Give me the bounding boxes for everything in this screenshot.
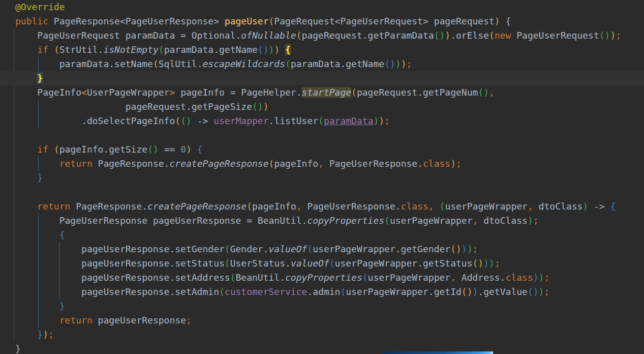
- code-token: userPageWrapper.getGender: [313, 244, 450, 254]
- code-token: ): [186, 144, 192, 155]
- code-token: [48, 144, 54, 155]
- code-token: ofNullable: [241, 30, 296, 41]
- code-token: class: [423, 158, 450, 169]
- code-token: ): [263, 101, 269, 112]
- code-token: ): [269, 44, 274, 55]
- code-line[interactable]: public PageResponse<PageUserResponse> pa…: [0, 14, 644, 28]
- code-line[interactable]: return PageResponse.createPageResponse(p…: [0, 157, 644, 171]
- code-token: ;: [544, 272, 549, 283]
- code-token: ): [489, 258, 495, 269]
- code-token: (: [362, 272, 368, 283]
- code-token: (: [54, 44, 59, 55]
- code-token: Gender.: [230, 244, 269, 254]
- code-token: escapeWildcards: [202, 58, 285, 69]
- code-token: pageInfo = PageHelper.: [175, 87, 301, 98]
- code-token: [434, 201, 440, 212]
- code-token: PageUserRequest: [511, 30, 599, 41]
- code-token: (: [54, 144, 59, 155]
- code-token: pageRequest.getPageNum: [357, 87, 478, 98]
- code-token: >: [169, 87, 175, 98]
- code-line[interactable]: paramData.setName(SqlUtil.escapeWildcard…: [0, 57, 644, 71]
- code-token: (): [478, 87, 489, 98]
- code-token: pageUserResponse.setAddress: [15, 272, 230, 283]
- code-editor[interactable]: @Overridepublic PageResponse<PageUserRes…: [0, 0, 644, 354]
- code-token: UserPageWrapper: [87, 87, 170, 98]
- code-token: (: [225, 244, 230, 254]
- code-token: return: [59, 158, 93, 169]
- code-token: ): [379, 115, 384, 126]
- code-token: ): [528, 215, 533, 226]
- code-token: ;: [186, 315, 192, 326]
- code-token: return: [37, 201, 70, 212]
- code-token: SqlUtil.: [159, 58, 203, 69]
- code-line[interactable]: [0, 128, 644, 142]
- code-token: <: [81, 87, 87, 98]
- code-token: .listUser: [269, 115, 319, 126]
- code-line[interactable]: });: [0, 328, 644, 342]
- code-line[interactable]: if (pageInfo.getSize() == 0) {: [0, 142, 644, 157]
- code-token: ): [539, 286, 544, 297]
- code-line[interactable]: .doSelectPageInfo(() -> userMapper.listU…: [0, 114, 644, 128]
- code-token: {: [59, 229, 65, 240]
- code-token: (: [285, 58, 291, 69]
- code-token: (): [252, 101, 263, 112]
- code-token: PageUserResponse.: [324, 158, 423, 169]
- code-token: Address.: [456, 272, 506, 283]
- code-token: (: [296, 30, 302, 41]
- code-token: .orElse: [450, 30, 489, 41]
- code-line[interactable]: pageUserResponse.setAddress(BeanUtil.cop…: [0, 271, 644, 285]
- code-token: pageInfo.getSize: [59, 144, 147, 155]
- code-token: startPage: [302, 87, 352, 98]
- code-token: (): [434, 30, 445, 41]
- code-token: {: [285, 44, 291, 55]
- code-token: (: [329, 258, 335, 269]
- code-line[interactable]: pageUserResponse.setStatus(UserStatus.va…: [0, 256, 644, 271]
- code-token: [15, 158, 59, 169]
- code-token: (: [489, 30, 495, 41]
- code-token: PageResponse.: [93, 158, 170, 169]
- code-line[interactable]: pageRequest.getPageSize()): [0, 100, 644, 114]
- code-token: (: [269, 158, 274, 169]
- code-token: valueOf: [269, 244, 308, 254]
- code-line[interactable]: }: [0, 342, 644, 354]
- code-token: [15, 144, 37, 155]
- code-line[interactable]: }: [0, 299, 644, 313]
- code-token: pageInfo: [274, 158, 318, 169]
- code-token: ;: [616, 30, 621, 41]
- code-line[interactable]: pageUserResponse.setGender(Gender.valueO…: [0, 242, 644, 256]
- code-token: ->: [588, 201, 610, 212]
- code-token: if: [37, 44, 48, 55]
- code-token: userMapper: [213, 115, 268, 126]
- code-token: (: [175, 115, 180, 126]
- code-token: pageUserResponse.setStatus: [15, 258, 225, 269]
- code-token: [48, 44, 54, 55]
- code-line[interactable]: {: [0, 228, 644, 242]
- code-line[interactable]: PageUserResponse pageUserResponse = Bean…: [0, 214, 644, 228]
- code-line[interactable]: }: [0, 71, 644, 85]
- code-line[interactable]: return PageResponse.createPageResponse(p…: [0, 199, 644, 214]
- code-token: ): [462, 244, 467, 254]
- code-line[interactable]: PageInfo<UserPageWrapper> pageInfo = Pag…: [0, 85, 644, 100]
- code-token: {: [500, 16, 511, 26]
- code-token: ,: [428, 201, 434, 212]
- code-line[interactable]: if (StrUtil.isNotEmpty(paramData.getName…: [0, 43, 644, 57]
- code-token: ==: [159, 144, 180, 155]
- code-line[interactable]: return pageUserResponse;: [0, 313, 644, 328]
- code-token: createPageResponse: [147, 201, 247, 212]
- code-token: ;: [533, 215, 539, 226]
- code-token: customerService: [225, 286, 308, 297]
- code-token: pageRequest.getParamData: [302, 30, 434, 41]
- code-line[interactable]: PageUserRequest paramData = Optional.ofN…: [0, 28, 644, 43]
- code-token: {: [197, 144, 203, 155]
- code-token: pageUserResponse.setAdmin: [15, 286, 219, 297]
- code-line[interactable]: @Override: [0, 0, 644, 14]
- code-token: class: [506, 272, 533, 283]
- code-line[interactable]: pageUserResponse.setAdmin(customerServic…: [0, 285, 644, 299]
- code-token: class: [401, 201, 428, 212]
- code-line[interactable]: }: [0, 171, 644, 185]
- code-token: paramData.setName: [15, 58, 153, 69]
- code-token: (: [384, 215, 390, 226]
- code-line[interactable]: [0, 185, 644, 199]
- code-token: ;: [495, 258, 500, 269]
- code-token: userPageWrapper: [390, 215, 473, 226]
